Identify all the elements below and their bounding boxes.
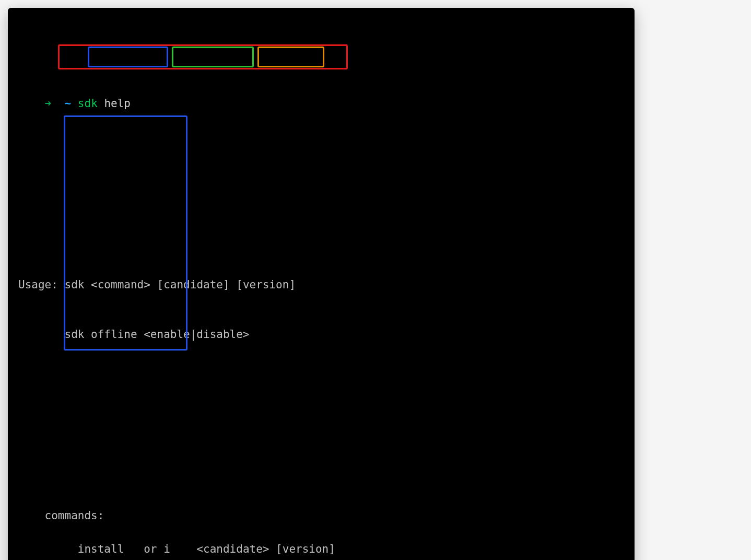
usage-line1: sdk <command> [candidate] [version] [65,278,296,291]
commands-list: install or i <candidate> [version] unins… [31,541,361,561]
prompt-path: ~ [65,97,72,110]
usage-line2: sdk offline <enable|disable> [18,326,624,343]
terminal-window: ➜ ~ sdk help Usage: sdk <command> [candi… [8,8,635,560]
typed-arg: help [104,97,131,110]
annotation-orange-version [257,46,324,67]
annotation-green-candidate [172,46,254,67]
usage-label: Usage: [18,278,58,291]
command-row: install or i <candidate> [version] [31,541,361,558]
commands-label: commands: [18,508,624,524]
command-row: uninstall or rm <candidate> <version> [31,558,361,561]
typed-command: sdk [78,97,98,110]
annotation-red-usage [58,44,348,69]
annotation-blue-command [88,46,168,67]
prompt-arrow-icon: ➜ [45,97,52,110]
usage-block: Usage: sdk <command> [candidate] [versio… [18,244,624,376]
prompt-line[interactable]: ➜ ~ sdk help [18,79,624,129]
